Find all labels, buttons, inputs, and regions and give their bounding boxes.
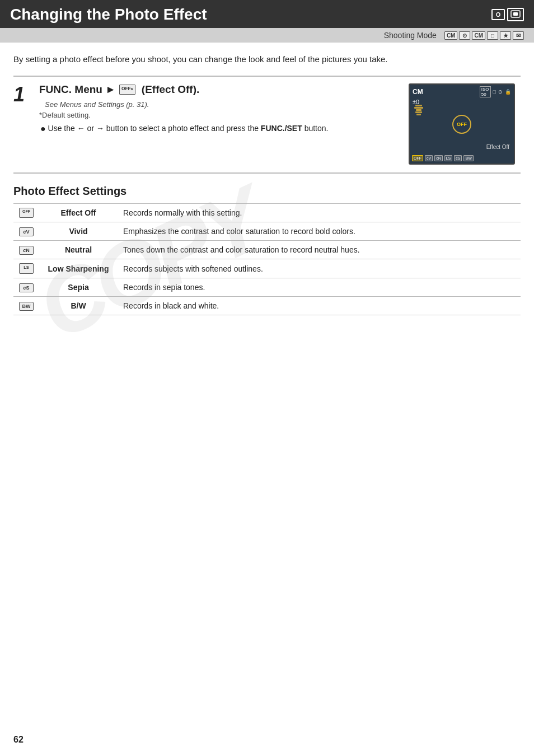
cam-circle-icon: ⊙ — [498, 89, 503, 95]
cam-top-bar: CM ISO50 □ ⊙ 🔒 — [410, 85, 514, 99]
cam-wave-bar-1 — [415, 105, 422, 106]
effect-icon-cell: BW — [13, 297, 39, 315]
table-row: LSLow SharpeningRecords subjects with so… — [13, 259, 521, 278]
cam-lock-icon: 🔒 — [505, 89, 511, 95]
page-footer: 62 — [13, 735, 24, 745]
effects-table: OFFEffect OffRecords normally with this … — [13, 203, 521, 315]
cam-icon-ls: LS — [444, 155, 453, 161]
cam-icon-n: cN — [434, 155, 443, 161]
mode-icon-power: ⊙ — [459, 31, 470, 40]
step-content: FUNC. Menu ► OFF* (Effect Off). See Menu… — [39, 83, 402, 137]
cam-off-label: OFF — [457, 122, 467, 127]
mode-icon-rect: □ — [487, 31, 498, 40]
table-row: cVVividEmphasizes the contrast and color… — [13, 222, 521, 241]
step-instruction: ● Use the ← or → button to select a phot… — [40, 124, 402, 134]
effect-icon: BW — [19, 302, 34, 311]
cam-wave — [412, 105, 425, 122]
cam-wave-bar-5 — [416, 114, 421, 115]
shooting-mode-label: Shooting Mode — [384, 31, 437, 40]
effect-off-label: (Effect Off). — [139, 83, 200, 96]
header-icons: O — [491, 8, 524, 21]
func-menu-icon: OFF* — [119, 85, 135, 95]
effect-name-cell: B/W — [39, 297, 118, 315]
cam-iso: ISO50 — [480, 86, 491, 97]
page-number: 62 — [13, 735, 24, 744]
effect-desc-cell: Records subjects with softened outlines. — [118, 259, 521, 278]
intro-text: By setting a photo effect before you sho… — [13, 53, 521, 66]
step-subtitle: See Menus and Settings (p. 31). — [45, 100, 402, 109]
camera-screen: CM ISO50 □ ⊙ 🔒 ±0 — [409, 83, 515, 165]
effect-icon-cell: cN — [13, 241, 39, 259]
cam-effect-label: Effect Off — [486, 144, 509, 150]
effect-desc-cell: Emphasizes the contrast and color satura… — [118, 222, 521, 241]
cam-icon-off: OFF — [412, 155, 423, 161]
func-set-label: FUNC./SET — [261, 124, 302, 133]
effect-desc-cell: Records in sepia tones. — [118, 278, 521, 297]
table-row: OFFEffect OffRecords normally with this … — [13, 204, 521, 222]
step-default: *Default setting. — [39, 111, 402, 119]
effect-desc-cell: Records normally with this setting. — [118, 204, 521, 222]
effect-desc-cell: Records in black and white. — [118, 297, 521, 315]
cam-icon-s: cS — [454, 155, 462, 161]
effect-icon-cell: cS — [13, 278, 39, 297]
header-icon-p — [507, 8, 524, 21]
effect-icon: OFF — [19, 208, 34, 218]
table-row: cSSepiaRecords in sepia tones. — [13, 278, 521, 297]
effect-icon: LS — [19, 263, 34, 274]
step-1-section: 1 FUNC. Menu ► OFF* (Effect Off). See Me… — [13, 76, 521, 174]
cam-selected-circle: OFF — [452, 115, 471, 134]
cam-wave-bar-4 — [415, 111, 422, 113]
step-number: 1 — [13, 85, 34, 105]
cam-bottom-icons: OFF cV cN LS cS BW — [412, 155, 512, 161]
effect-desc-cell: Tones down the contrast and color satura… — [118, 241, 521, 259]
table-row: cNNeutralTones down the contrast and col… — [13, 241, 521, 259]
shooting-mode-bar: Shooting Mode CM ⊙ CM □ ★ ✉ — [0, 28, 534, 43]
main-content: By setting a photo effect before you sho… — [0, 43, 534, 321]
page-header: Changing the Photo Effect O — [0, 0, 534, 28]
camera-screen-area: CM ISO50 □ ⊙ 🔒 ±0 — [409, 83, 521, 165]
func-menu-label: FUNC. Menu ► — [39, 83, 116, 96]
cam-wave-bar-2 — [414, 107, 423, 109]
effect-icon: cS — [19, 283, 34, 292]
table-row: BWB/WRecords in black and white. — [13, 297, 521, 315]
mode-icon-mail: ✉ — [513, 31, 524, 40]
effect-icon: cV — [19, 227, 34, 236]
settings-section-title: Photo Effect Settings — [13, 185, 521, 198]
effect-name-cell: Low Sharpening — [39, 259, 118, 278]
mode-icons: CM ⊙ CM □ ★ ✉ — [444, 31, 524, 40]
cam-wave-bar-3 — [416, 109, 421, 111]
photo-effects-section: Photo Effect Settings OFFEffect OffRecor… — [13, 185, 521, 315]
effect-name-cell: Neutral — [39, 241, 118, 259]
cam-icon-bw: BW — [463, 155, 473, 161]
cam-top-right: ISO50 □ ⊙ 🔒 — [480, 86, 511, 97]
svg-rect-1 — [513, 12, 518, 16]
effect-icon-cell: OFF — [13, 204, 39, 222]
effect-name-cell: Sepia — [39, 278, 118, 297]
effect-icon-cell: LS — [13, 259, 39, 278]
page-title: Changing the Photo Effect — [10, 6, 207, 24]
mode-icon-cm: CM — [444, 31, 458, 40]
bullet-icon: ● — [40, 124, 46, 134]
mode-icon-cm2: CM — [472, 31, 485, 40]
cam-cm-label: CM — [413, 88, 423, 96]
effect-name-cell: Vivid — [39, 222, 118, 241]
effect-name-cell: Effect Off — [39, 204, 118, 222]
header-icon-o: O — [491, 9, 505, 20]
effect-icon: cN — [19, 246, 34, 255]
cam-icon-v: cV — [425, 155, 433, 161]
mode-icon-star: ★ — [500, 31, 511, 40]
step-title: FUNC. Menu ► OFF* (Effect Off). — [39, 83, 402, 96]
effect-icon-cell: cV — [13, 222, 39, 241]
cam-rect-icon: □ — [493, 89, 496, 95]
